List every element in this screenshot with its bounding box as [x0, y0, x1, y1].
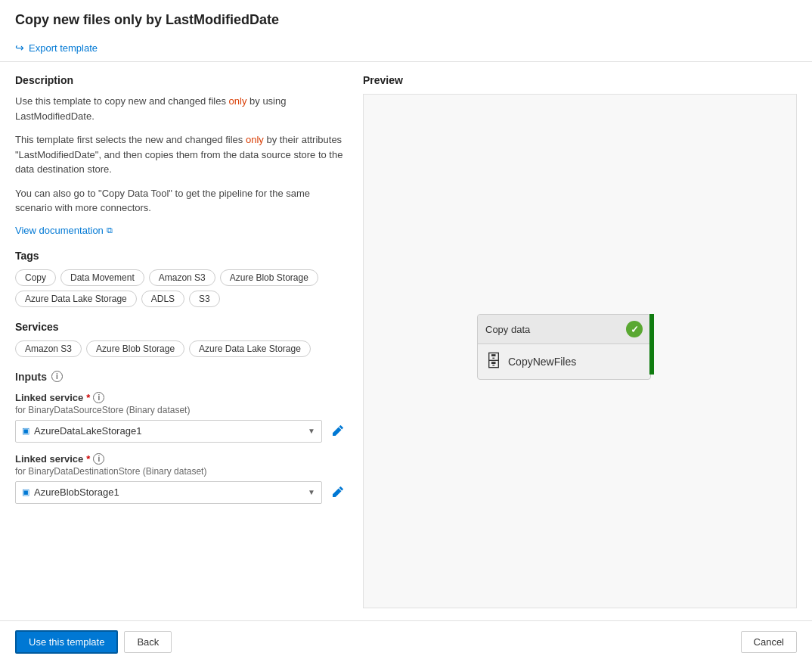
linked-service-2-required: *	[86, 453, 90, 465]
linked-service-1-arrow-icon: ▼	[308, 427, 315, 435]
pencil-icon-2	[331, 486, 343, 499]
tags-title: Tags	[15, 250, 348, 262]
inputs-title-text: Inputs	[15, 371, 47, 383]
preview-title: Preview	[363, 74, 797, 86]
footer-left: Use this template Back	[15, 630, 172, 654]
copy-data-check-icon	[626, 321, 643, 337]
inputs-info-icon[interactable]: i	[51, 371, 63, 382]
tag-amazon-s3: Amazon S3	[149, 269, 215, 286]
linked-service-2-dropdown[interactable]: ▣ AzureBlobStorage1 ▼	[15, 481, 322, 504]
tags-section: Tags Copy Data Movement Amazon S3 Azure …	[15, 250, 348, 307]
linked-service-1-value: AzureDataLakeStorage1	[34, 425, 308, 437]
tag-adls: ADLS	[141, 291, 184, 307]
external-link-icon: ⧉	[107, 225, 113, 235]
linked-service-2-edit-button[interactable]	[327, 482, 348, 503]
description-section: Description Use this template to copy ne…	[15, 74, 348, 250]
cancel-button[interactable]: Cancel	[741, 631, 797, 653]
copy-data-body: 🗄 CopyNewFiles	[478, 344, 650, 379]
view-documentation-link[interactable]: View documentation ⧉	[15, 225, 113, 236]
linked-service-2-info-icon[interactable]: i	[93, 453, 104, 465]
description-para-2: This template first selects the new and …	[15, 132, 348, 177]
linked-service-1-label: Linked service	[15, 392, 83, 403]
back-button[interactable]: Back	[124, 631, 172, 653]
tag-data-movement: Data Movement	[60, 269, 144, 286]
tag-copy: Copy	[15, 269, 56, 286]
linked-service-2-group: Linked service * i for BinaryDataDestina…	[15, 453, 348, 504]
linked-service-1-dropdown[interactable]: ▣ AzureDataLakeStorage1 ▼	[15, 420, 322, 443]
service-amazon-s3: Amazon S3	[15, 340, 82, 357]
description-para-3: You can also go to "Copy Data Tool" to g…	[15, 186, 348, 216]
linked-service-2-sublabel: for BinaryDataDestinationStore (Binary d…	[15, 466, 348, 477]
inputs-section: Inputs i Linked service * i for BinaryDa…	[15, 371, 348, 504]
description-para-1: Use this template to copy new and change…	[15, 94, 348, 123]
copy-data-header: Copy data	[478, 315, 650, 344]
service-azure-blob: Azure Blob Storage	[86, 340, 184, 357]
linked-service-1-group: Linked service * i for BinaryDataSourceS…	[15, 392, 348, 443]
service-azure-datalake: Azure Data Lake Storage	[189, 340, 311, 357]
tag-s3: S3	[189, 291, 220, 307]
services-section: Services Amazon S3 Azure Blob Storage Az…	[15, 321, 348, 357]
tags-container: Copy Data Movement Amazon S3 Azure Blob …	[15, 269, 348, 307]
linked-service-1-edit-button[interactable]	[327, 421, 348, 442]
tag-azure-datalake: Azure Data Lake Storage	[15, 291, 137, 307]
linked-service-1-sublabel: for BinaryDataSourceStore (Binary datase…	[15, 405, 348, 415]
linked-service-2-arrow-icon: ▼	[308, 488, 315, 496]
copy-data-label: Copy data	[485, 324, 530, 335]
description-title: Description	[15, 74, 348, 86]
tag-azure-blob: Azure Blob Storage	[220, 269, 318, 286]
pencil-icon	[331, 425, 343, 437]
linked-service-2-label: Linked service	[15, 453, 83, 465]
export-arrow-icon: ↪	[15, 42, 24, 54]
linked-service-1-ds-icon: ▣	[22, 426, 29, 436]
copy-node-name: CopyNewFiles	[508, 356, 576, 368]
page-title: Copy new files only by LastModifiedDate	[15, 12, 797, 28]
linked-service-1-info-icon[interactable]: i	[93, 392, 104, 403]
footer: Use this template Back Cancel	[0, 620, 812, 659]
linked-service-2-value: AzureBlobStorage1	[34, 486, 308, 498]
use-template-button[interactable]: Use this template	[15, 630, 118, 654]
services-container: Amazon S3 Azure Blob Storage Azure Data …	[15, 340, 348, 357]
green-progress-bar	[649, 314, 654, 375]
services-title: Services	[15, 321, 348, 333]
export-template-link[interactable]: Export template	[29, 42, 98, 54]
copy-data-node: Copy data 🗄 CopyNewFiles	[477, 314, 651, 380]
linked-service-2-ds-icon: ▣	[22, 487, 29, 497]
copy-data-activity-icon: 🗄	[485, 352, 502, 371]
linked-service-1-required: *	[86, 392, 90, 403]
preview-canvas: Copy data 🗄 CopyNewFiles	[363, 94, 797, 608]
